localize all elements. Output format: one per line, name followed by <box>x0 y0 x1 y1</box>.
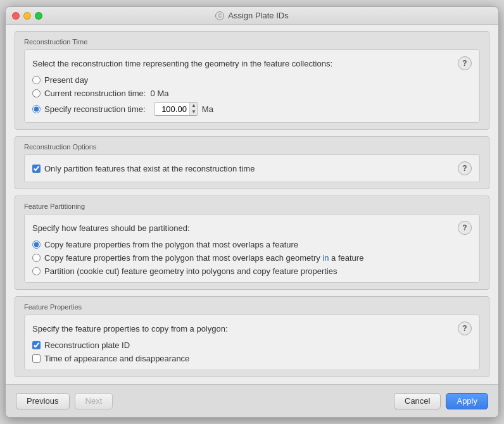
window-controls <box>12 12 42 20</box>
reconstruction-time-title: Select the reconstruction time represent… <box>32 59 458 68</box>
spin-down-button[interactable]: ▼ <box>190 109 198 115</box>
reconstruction-time-section: Reconstruction Time Select the reconstru… <box>15 31 489 130</box>
maximize-button[interactable] <box>35 12 42 20</box>
reconstruction-time-inner: Select the reconstruction time represent… <box>24 49 480 123</box>
partition-cut-radio[interactable] <box>32 267 41 275</box>
recon-plate-checkbox-item: Reconstruction plate ID <box>32 340 472 350</box>
next-button[interactable]: Next <box>75 393 113 409</box>
recon-plate-checkbox[interactable] <box>32 341 41 349</box>
radio-present-day: Present day <box>32 75 472 85</box>
feature-properties-help-button[interactable]: ? <box>458 321 472 335</box>
feature-properties-title: Specify the feature properties to copy f… <box>32 324 458 334</box>
spin-unit: Ma <box>202 104 213 114</box>
footer-right: Cancel Apply <box>394 393 488 409</box>
feature-properties-inner: Specify the feature properties to copy f… <box>24 315 480 370</box>
feature-properties-checkbox-group: Reconstruction plate ID Time of appearan… <box>32 340 472 363</box>
reconstruction-options-section: Reconstruction Options Only partition fe… <box>15 136 489 189</box>
copy-most-radio[interactable] <box>32 240 41 249</box>
minimize-button[interactable] <box>23 12 31 20</box>
spin-up-button[interactable]: ▲ <box>190 103 198 109</box>
feature-partitioning-title: Specify how features should be partition… <box>32 223 458 233</box>
footer: Previous Next Cancel Apply <box>6 384 498 417</box>
feature-partitioning-help-button[interactable]: ? <box>458 221 472 235</box>
main-window: © Assign Plate IDs Reconstruction Time S… <box>5 6 499 418</box>
feature-partitioning-header-row: Specify how features should be partition… <box>32 221 472 235</box>
spin-input-group: ▲ ▼ Ma <box>154 102 213 116</box>
footer-left: Previous Next <box>16 393 113 409</box>
window-title-area: © Assign Plate IDs <box>215 11 288 20</box>
reconstruction-options-help-button[interactable]: ? <box>458 161 472 175</box>
feature-partitioning-inner: Specify how features should be partition… <box>24 214 480 283</box>
previous-button[interactable]: Previous <box>16 393 70 409</box>
radio-current-recon: Current reconstruction time: 0 Ma <box>32 89 472 98</box>
feature-properties-header-row: Specify the feature properties to copy f… <box>32 321 472 335</box>
partition-exist-label[interactable]: Only partition features that exist at th… <box>44 164 255 173</box>
radio-copy-each: Copy feature properties from the polygon… <box>32 253 472 263</box>
time-appear-checkbox-item: Time of appearance and disappearance <box>32 354 472 363</box>
specify-recon-label[interactable]: Specify reconstruction time: <box>44 104 150 114</box>
feature-properties-section: Feature Properties Specify the feature p… <box>15 296 489 377</box>
copy-each-label[interactable]: Copy feature properties from the polygon… <box>44 253 363 263</box>
copy-each-radio[interactable] <box>32 254 41 262</box>
current-recon-label[interactable]: Current reconstruction time: 0 Ma <box>44 89 169 98</box>
feature-partitioning-label: Feature Partitioning <box>24 203 480 210</box>
reconstruction-time-label: Reconstruction Time <box>24 38 480 46</box>
apply-button[interactable]: Apply <box>446 393 488 409</box>
partition-cut-label[interactable]: Partition (cookie cut) feature geometry … <box>44 266 337 276</box>
spin-arrows: ▲ ▼ <box>189 103 198 115</box>
feature-properties-label: Feature Properties <box>24 303 480 311</box>
partition-checkbox-item: Only partition features that exist at th… <box>32 164 255 173</box>
specify-recon-radio[interactable] <box>32 105 41 113</box>
radio-specify-recon: Specify reconstruction time: ▲ ▼ Ma <box>32 102 472 116</box>
current-recon-radio[interactable] <box>32 89 41 97</box>
window-title: Assign Plate IDs <box>228 11 288 20</box>
reconstruction-options-header-row: Only partition features that exist at th… <box>32 161 472 175</box>
present-day-radio[interactable] <box>32 76 41 84</box>
highlight-in: in <box>322 253 329 263</box>
feature-partitioning-section: Feature Partitioning Specify how feature… <box>15 196 489 290</box>
radio-partition: Partition (cookie cut) feature geometry … <box>32 266 472 276</box>
time-appear-checkbox[interactable] <box>32 354 41 363</box>
spin-input-wrapper: ▲ ▼ <box>154 102 198 116</box>
recon-plate-label[interactable]: Reconstruction plate ID <box>44 340 130 350</box>
cancel-button[interactable]: Cancel <box>394 393 441 409</box>
present-day-label[interactable]: Present day <box>44 75 88 85</box>
titlebar: © Assign Plate IDs <box>6 7 498 25</box>
reconstruction-options-inner: Only partition features that exist at th… <box>24 154 480 182</box>
reconstruction-options-label: Reconstruction Options <box>24 143 480 151</box>
copy-most-label[interactable]: Copy feature properties from the polygon… <box>44 240 298 249</box>
title-icon: © <box>215 11 224 20</box>
time-appear-label[interactable]: Time of appearance and disappearance <box>44 354 189 363</box>
spin-input-field[interactable] <box>154 104 189 114</box>
content-area: Reconstruction Time Select the reconstru… <box>6 25 498 384</box>
feature-partitioning-radio-group: Copy feature properties from the polygon… <box>32 240 472 276</box>
reconstruction-time-help-button[interactable]: ? <box>458 56 472 70</box>
partition-exist-checkbox[interactable] <box>32 165 41 173</box>
reconstruction-time-header-row: Select the reconstruction time represent… <box>32 56 472 70</box>
close-button[interactable] <box>12 12 20 20</box>
radio-copy-most: Copy feature properties from the polygon… <box>32 240 472 249</box>
reconstruction-time-radio-group: Present day Current reconstruction time:… <box>32 75 472 116</box>
